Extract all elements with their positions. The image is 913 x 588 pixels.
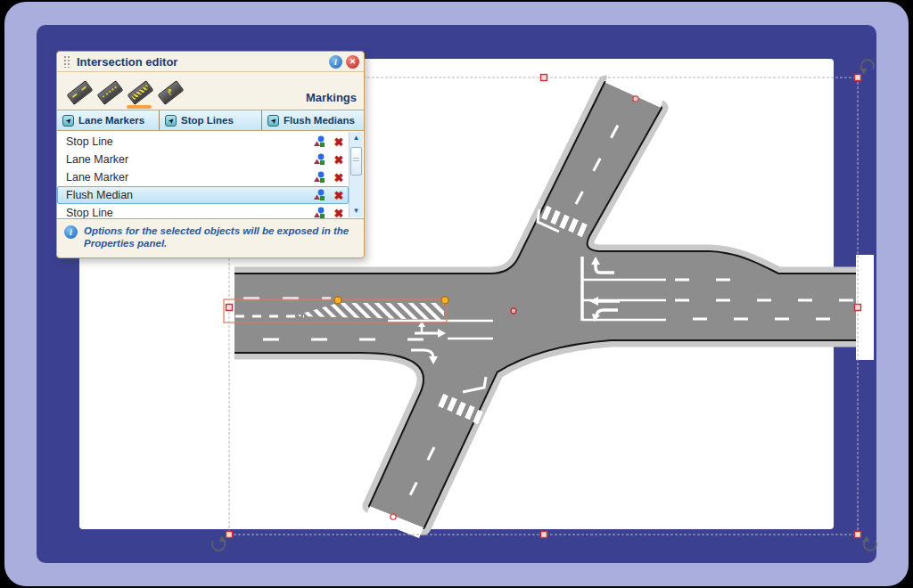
- tab-label: Stop Lines: [181, 115, 234, 126]
- markings-list: Stop Line ✖ Lane Marker ✖ Lane Marker ✖ …: [57, 131, 364, 219]
- delete-icon[interactable]: ✖: [332, 207, 346, 220]
- list-item-label: Flush Median: [66, 189, 312, 201]
- list-item-stop-line[interactable]: Stop Line ✖: [57, 204, 349, 219]
- tab-stop-lines[interactable]: Stop Lines: [160, 110, 262, 130]
- section-label: Markings: [306, 91, 357, 106]
- list-item-flush-median[interactable]: Flush Median ✖: [57, 186, 349, 204]
- selection-handle-left[interactable]: [226, 305, 233, 311]
- road-chip-icon: [96, 80, 123, 105]
- list-item-label: Stop Line: [66, 135, 312, 148]
- panel-title: Intersection editor: [77, 55, 325, 69]
- selection-handle-bottom-left[interactable]: [226, 532, 233, 538]
- info-icon: i: [64, 225, 78, 239]
- tool-dotted-marking[interactable]: [95, 79, 125, 106]
- tab-lane-markers[interactable]: Lane Markers: [57, 110, 160, 130]
- tab-label: Flush Medians: [284, 115, 355, 126]
- rotate-handle-icon[interactable]: [862, 536, 876, 551]
- tool-turn-arrow[interactable]: [155, 79, 185, 106]
- scroll-down-icon[interactable]: ▼: [350, 205, 362, 217]
- intersection-editor-panel: Intersection editor i ✕ Markings Lane Ma…: [56, 51, 365, 258]
- tab-flush-medians[interactable]: Flush Medians: [262, 110, 364, 130]
- add-arrow-icon: [267, 115, 279, 127]
- add-arrow-icon: [165, 115, 177, 127]
- list-item-lane-marker[interactable]: Lane Marker ✖: [57, 151, 349, 168]
- scroll-up-icon[interactable]: ▲: [350, 132, 362, 144]
- list-item-label: Stop Line: [66, 207, 312, 219]
- marking-tabs: Lane Markers Stop Lines Flush Medians: [57, 110, 364, 131]
- drag-handle-icon[interactable]: [63, 55, 71, 68]
- list-item-label: Lane Marker: [66, 171, 312, 184]
- vertex-handle[interactable]: [633, 96, 638, 102]
- road-chip-icon: [157, 80, 184, 105]
- tab-label: Lane Markers: [78, 115, 144, 126]
- list-item-lane-marker[interactable]: Lane Marker ✖: [57, 168, 349, 186]
- shapes-icon[interactable]: [312, 153, 326, 166]
- delete-icon[interactable]: ✖: [332, 153, 346, 167]
- shapes-icon[interactable]: [312, 189, 326, 201]
- selection-handle-top-right[interactable]: [855, 75, 861, 81]
- list-item-stop-line[interactable]: Stop Line ✖: [57, 133, 349, 151]
- panel-titlebar[interactable]: Intersection editor i ✕: [57, 52, 364, 72]
- tool-dense-marking[interactable]: [125, 79, 155, 106]
- selection-handle-top[interactable]: [541, 75, 547, 81]
- median-grip-handle[interactable]: [441, 297, 448, 304]
- shapes-icon[interactable]: [312, 171, 326, 184]
- selection-handle-bottom[interactable]: [541, 532, 547, 538]
- window-outer-border: Intersection editor i ✕ Markings Lane Ma…: [4, 2, 909, 586]
- median-grip-handle[interactable]: [334, 297, 341, 304]
- info-icon[interactable]: i: [329, 55, 342, 69]
- close-icon[interactable]: ✕: [346, 55, 359, 69]
- selection-handle-right[interactable]: [855, 305, 861, 311]
- panel-info-bar: i Options for the selected objects will …: [57, 219, 364, 257]
- delete-icon[interactable]: ✖: [332, 135, 346, 149]
- list-item-label: Lane Marker: [66, 153, 312, 166]
- markings-toolbar: Markings: [57, 72, 364, 110]
- tool-lane-marker[interactable]: [64, 79, 95, 106]
- info-message: Options for the selected objects will be…: [84, 225, 357, 250]
- selection-handle-bottom-right[interactable]: [855, 532, 861, 538]
- shapes-icon[interactable]: [312, 135, 326, 148]
- delete-icon[interactable]: ✖: [332, 171, 346, 184]
- vertex-handle[interactable]: [391, 514, 396, 519]
- intersection-center-point[interactable]: [511, 308, 516, 314]
- shapes-icon[interactable]: [312, 207, 326, 219]
- delete-icon[interactable]: ✖: [332, 189, 346, 202]
- scroll-thumb[interactable]: [350, 147, 362, 176]
- rotate-handle-icon[interactable]: [860, 60, 874, 74]
- list-scrollbar[interactable]: ▲ ▼: [349, 132, 363, 217]
- road-chip-icon: [127, 80, 153, 105]
- rotate-handle-icon[interactable]: [212, 536, 226, 551]
- add-arrow-icon: [62, 115, 74, 127]
- road-chip-icon: [66, 80, 93, 105]
